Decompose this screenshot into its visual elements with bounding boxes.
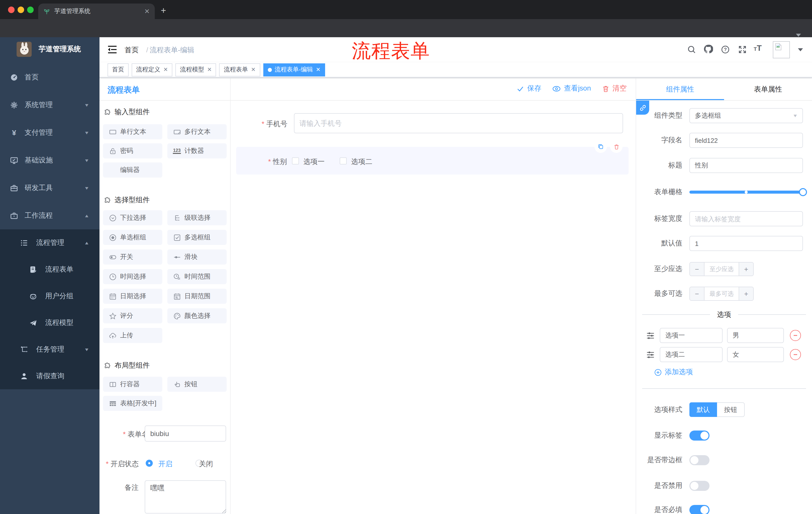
gender-option2-checkbox[interactable] (340, 157, 347, 164)
option2-value-input[interactable] (727, 347, 784, 362)
component-counter[interactable]: 123 计数器 (167, 143, 227, 158)
tag-close-icon[interactable]: ✕ (207, 66, 211, 73)
component-upload[interactable]: 上传 (103, 328, 162, 343)
disabled-toggle[interactable] (689, 481, 709, 491)
max-select-input[interactable]: 最多可选 (704, 287, 739, 300)
gender-option1-label[interactable]: 选项一 (303, 157, 325, 166)
sidebar-logo[interactable]: 芋道管理系统 (0, 37, 99, 61)
component-date-range[interactable]: 日期范围 (167, 289, 227, 304)
sidebar-item-payment[interactable]: ¥ 支付管理 ▼ (0, 119, 99, 146)
component-single-line-text[interactable]: 单行文本 (103, 124, 162, 139)
tag-process-form-edit[interactable]: 流程表单-编辑✕ (263, 63, 325, 76)
style-default-button[interactable]: 默认 (689, 402, 717, 417)
sidebar-item-process-mgmt[interactable]: 流程管理 ▲ (0, 229, 99, 256)
form-remark-textarea[interactable]: 嘿嘿 (145, 480, 226, 514)
tab-close-icon[interactable]: ✕ (144, 7, 150, 15)
component-password[interactable]: 密码 (103, 143, 162, 158)
status-off-label[interactable]: 关闭 (199, 460, 213, 469)
status-on-label[interactable]: 开启 (158, 460, 172, 469)
sidebar-item-devtools[interactable]: 研发工具 ▼ (0, 174, 99, 202)
tag-process-form[interactable]: 流程表单✕ (219, 63, 260, 76)
sidebar-item-home[interactable]: 首页 (0, 63, 99, 91)
component-row-container[interactable]: 行容器 (103, 377, 162, 392)
component-select[interactable]: 下拉选择 (103, 210, 162, 225)
github-icon[interactable] (703, 44, 713, 54)
tag-close-icon[interactable]: ✕ (316, 66, 320, 73)
tag-process-definition[interactable]: 流程定义✕ (132, 63, 172, 76)
component-radio-group[interactable]: 单选框组 (103, 230, 162, 245)
gender-option1-checkbox[interactable] (292, 157, 299, 164)
component-color-picker[interactable]: 颜色选择 (167, 308, 227, 323)
sidebar-item-system[interactable]: 系统管理 ▼ (0, 91, 99, 119)
component-switch[interactable]: 开关 (103, 249, 162, 265)
gender-option2-label[interactable]: 选项二 (351, 157, 372, 166)
browser-tab[interactable]: 芋道管理系统 ✕ (38, 3, 155, 19)
minimize-window-button[interactable] (18, 6, 24, 13)
label-width-input[interactable] (689, 211, 803, 226)
form-name-input[interactable] (145, 426, 226, 441)
component-slider[interactable]: 滑块 (167, 249, 227, 265)
component-time-range[interactable]: 时间范围 (167, 269, 227, 284)
breadcrumb-home[interactable]: 首页 (125, 46, 139, 55)
component-time-picker[interactable]: 时间选择 (103, 269, 162, 284)
add-option-button[interactable]: 添加选项 (654, 368, 693, 377)
avatar[interactable] (773, 41, 790, 58)
help-icon[interactable]: ? (721, 45, 730, 54)
resize-grip[interactable] (222, 509, 226, 513)
show-label-toggle[interactable] (689, 431, 709, 440)
new-tab-button[interactable]: + (161, 6, 166, 15)
drag-handle-icon[interactable] (646, 331, 655, 340)
copy-component-button[interactable] (594, 140, 607, 153)
component-rate[interactable]: 评分 (103, 308, 162, 323)
plus-button[interactable]: + (739, 287, 753, 300)
sidebar-item-infra[interactable]: 基础设施 ▼ (0, 146, 99, 174)
remove-option-button[interactable] (790, 349, 801, 360)
clear-button[interactable]: 清空 (602, 84, 627, 93)
component-editor[interactable]: 编辑器 (103, 162, 162, 178)
tag-home[interactable]: 首页 (108, 63, 128, 76)
tag-close-icon[interactable]: ✕ (163, 66, 168, 73)
plus-button[interactable]: + (739, 263, 753, 276)
field-name-input[interactable] (689, 133, 803, 148)
sidebar-item-task-mgmt[interactable]: 任务管理 ▼ (0, 336, 99, 362)
component-checkbox-group[interactable]: 多选框组 (167, 230, 227, 245)
minus-button[interactable]: − (690, 287, 704, 300)
remove-option-button[interactable] (790, 330, 801, 341)
collapse-sidebar-icon[interactable] (108, 45, 117, 54)
component-date-picker[interactable]: 日期选择 (103, 289, 162, 304)
fullscreen-icon[interactable] (738, 45, 747, 54)
save-button[interactable]: 保存 (517, 84, 542, 93)
sidebar-item-process-model[interactable]: 流程模型 (0, 309, 99, 336)
required-toggle[interactable] (689, 505, 709, 514)
sidebar-item-workflow[interactable]: 工作流程 ▲ (0, 202, 99, 229)
option2-label-input[interactable] (660, 347, 723, 362)
border-toggle[interactable] (689, 455, 709, 465)
tag-close-icon[interactable]: ✕ (251, 66, 256, 73)
option1-label-input[interactable] (660, 328, 723, 343)
chevron-down-icon[interactable] (798, 48, 803, 51)
zoom-window-button[interactable] (27, 6, 34, 13)
title-input[interactable] (689, 158, 803, 173)
minus-button[interactable]: − (690, 263, 704, 276)
component-table-dev[interactable]: 表格[开发中] (103, 396, 162, 411)
status-on-radio[interactable] (146, 460, 153, 467)
tab-form-props[interactable]: 表单属性 (724, 78, 812, 101)
delete-component-button[interactable] (610, 140, 622, 153)
sidebar-item-user-group[interactable]: 用户分组 (0, 283, 99, 309)
component-type-select[interactable]: 多选框组 ▼ (689, 108, 803, 123)
tag-process-model[interactable]: 流程模型✕ (175, 63, 216, 76)
font-size-icon[interactable]: TT (754, 44, 762, 53)
min-select-input[interactable]: 至少应选 (704, 263, 739, 276)
sidebar-item-leave-query[interactable]: 请假查询 (0, 362, 99, 389)
view-json-button[interactable]: 查看json (552, 84, 591, 93)
component-multi-line-text[interactable]: 多行文本 (167, 124, 227, 139)
drag-handle-icon[interactable] (646, 351, 655, 359)
chevron-down-icon[interactable] (796, 34, 801, 37)
sidebar-item-process-form[interactable]: 流程表单 (0, 256, 99, 283)
tab-component-props[interactable]: 组件属性 (636, 78, 724, 101)
close-window-button[interactable] (8, 6, 14, 13)
slider-handle[interactable] (799, 188, 807, 196)
canvas-phone-input[interactable] (294, 113, 623, 133)
component-button[interactable]: 按钮 (167, 377, 227, 392)
search-icon[interactable] (687, 45, 696, 54)
